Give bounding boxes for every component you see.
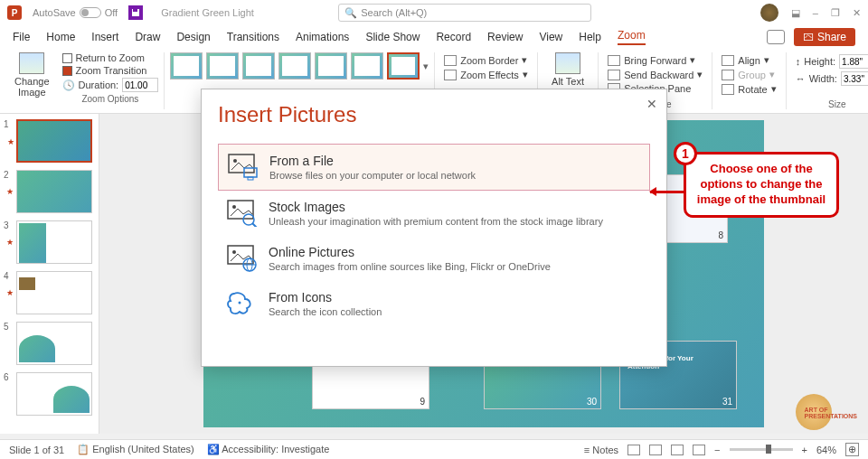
option-stock-images[interactable]: Stock ImagesUnleash your imagination wit…	[218, 191, 650, 236]
height-field[interactable]	[839, 54, 868, 69]
style-thumb[interactable]	[351, 52, 383, 80]
option-from-file[interactable]: From a FileBrowse files on your computer…	[218, 144, 650, 191]
tab-record[interactable]: Record	[436, 31, 471, 43]
sorter-view-button[interactable]	[649, 445, 662, 455]
restore-button[interactable]: ❐	[831, 7, 840, 19]
bring-forward-button[interactable]: Bring Forward ▾	[608, 54, 703, 66]
style-thumb[interactable]	[206, 52, 239, 80]
fit-to-window-button[interactable]: ⊕	[845, 443, 859, 456]
tab-transitions[interactable]: Transitions	[227, 31, 279, 43]
zoom-border-button[interactable]: Zoom Border ▾	[444, 54, 528, 66]
animation-star-icon: ★	[6, 187, 14, 196]
zoom-out-button[interactable]: −	[714, 445, 720, 455]
animation-star-icon: ★	[7, 137, 14, 146]
rotate-icon	[722, 84, 734, 95]
alt-text-button[interactable]: Alt Text	[552, 52, 584, 87]
notes-button[interactable]: ≡ Notes	[584, 445, 618, 455]
style-thumb[interactable]	[315, 52, 347, 80]
gallery-more-icon[interactable]: ▾	[423, 61, 429, 72]
option-from-icons[interactable]: From IconsSearch the icon collection	[218, 281, 650, 326]
autosave-label: AutoSave	[33, 7, 76, 18]
style-thumb[interactable]	[242, 52, 275, 80]
option-online-pictures[interactable]: Online PicturesSearch images from online…	[218, 236, 650, 281]
share-label: Share	[817, 31, 846, 43]
send-backward-button[interactable]: Send Backward ▾	[608, 69, 703, 80]
slide-counter[interactable]: Slide 1 of 31	[9, 445, 64, 455]
zoom-transition-checkbox[interactable]: Zoom Transition	[62, 65, 159, 76]
border-icon	[444, 55, 457, 66]
autosave-toggle[interactable]: AutoSave Off	[33, 7, 118, 18]
zoom-in-button[interactable]: +	[802, 445, 807, 455]
width-input[interactable]: ↔Width:	[796, 71, 868, 86]
accessibility-status[interactable]: ♿ Accessibility: Investigate	[207, 444, 330, 455]
share-button[interactable]: ⮹ Share	[794, 28, 855, 46]
tab-review[interactable]: Review	[487, 31, 523, 43]
close-button[interactable]: ✕	[853, 7, 861, 19]
align-button[interactable]: Align ▾	[722, 54, 776, 66]
tab-file[interactable]: File	[13, 31, 30, 43]
tab-zoom[interactable]: Zoom	[618, 29, 646, 45]
user-avatar[interactable]	[760, 4, 778, 22]
return-to-zoom-checkbox[interactable]: Return to Zoom	[62, 52, 159, 63]
zoom-percentage[interactable]: 64%	[816, 445, 836, 455]
slide-thumb-4[interactable]: ★	[16, 271, 92, 314]
height-input[interactable]: ↕Height:	[796, 54, 868, 69]
effects-icon	[444, 70, 457, 80]
bring-forward-icon	[608, 55, 620, 66]
height-icon: ↕	[796, 56, 801, 67]
style-thumb-selected[interactable]	[387, 52, 420, 80]
slide-thumb-3[interactable]: ★	[16, 220, 92, 264]
annotation-arrow-icon	[650, 191, 686, 193]
zoom-effects-button[interactable]: Zoom Effects ▾	[444, 69, 528, 80]
size-group-label: Size	[828, 99, 845, 109]
zoom-options-group-label: Zoom Options	[81, 94, 138, 104]
tab-design[interactable]: Design	[176, 31, 210, 43]
tab-view[interactable]: View	[539, 31, 562, 43]
checkbox-empty-icon	[62, 53, 72, 63]
reading-view-button[interactable]	[671, 445, 684, 455]
svg-rect-10	[228, 246, 253, 264]
language-status[interactable]: 📋 English (United States)	[77, 444, 194, 455]
tab-home[interactable]: Home	[46, 31, 75, 43]
save-button[interactable]	[128, 5, 143, 20]
duration-field[interactable]	[122, 78, 158, 92]
svg-point-15	[239, 302, 241, 304]
svg-rect-2	[229, 155, 254, 173]
width-field[interactable]	[841, 71, 868, 86]
clock-icon: 🕓	[62, 80, 75, 91]
animation-star-icon: ★	[6, 238, 14, 247]
ribbon-mode-icon[interactable]: ⬓	[791, 7, 800, 19]
duration-input[interactable]: 🕓Duration:	[62, 78, 159, 92]
zoom-styles-gallery[interactable]: ▾	[170, 52, 429, 80]
tab-insert[interactable]: Insert	[91, 31, 118, 43]
slide-thumb-6[interactable]	[16, 372, 92, 416]
change-image-button[interactable]: Change Image	[14, 52, 50, 98]
rotate-button[interactable]: Rotate ▾	[722, 83, 776, 95]
comments-button[interactable]	[767, 30, 785, 44]
svg-point-7	[232, 205, 236, 209]
style-thumb[interactable]	[278, 52, 311, 80]
slide-thumbnail-panel[interactable]: 1★ 2★ 3★ 4★ 5 6	[0, 114, 99, 434]
search-input[interactable]: 🔍 Search (Alt+Q)	[338, 4, 591, 22]
zoom-slider[interactable]	[730, 448, 793, 451]
minimize-button[interactable]: –	[813, 7, 818, 18]
tab-help[interactable]: Help	[579, 31, 601, 43]
share-icon: ⮹	[803, 31, 814, 43]
group-button: Group ▾	[722, 69, 776, 80]
tab-slideshow[interactable]: Slide Show	[365, 31, 420, 43]
tab-animations[interactable]: Animations	[296, 31, 349, 43]
watermark-logo: ART OFPRESENTATIONS	[796, 394, 857, 436]
svg-rect-6	[228, 201, 253, 219]
dialog-close-button[interactable]: ✕	[646, 97, 657, 111]
style-thumb[interactable]	[170, 52, 203, 80]
tab-draw[interactable]: Draw	[135, 31, 160, 43]
from-icons-icon	[227, 290, 258, 317]
slide-thumb-5[interactable]	[16, 322, 92, 365]
annotation-callout: 1 Choose one of the options to change th…	[684, 152, 839, 218]
change-image-icon	[19, 52, 44, 74]
slideshow-view-button[interactable]	[693, 445, 705, 455]
slide-thumb-1[interactable]: ★	[16, 119, 92, 163]
toggle-off-icon	[80, 7, 101, 18]
slide-thumb-2[interactable]: ★	[16, 170, 92, 213]
normal-view-button[interactable]	[627, 445, 640, 455]
